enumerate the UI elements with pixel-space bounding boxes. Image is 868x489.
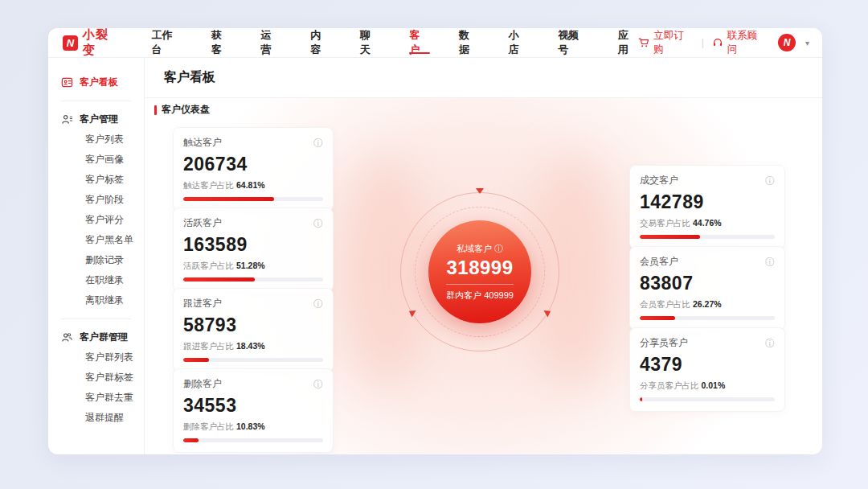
gauge-core-value: 318999 [446, 257, 513, 279]
sidebar-item-label: 客户评分 [85, 213, 124, 227]
logo-text: 小裂变 [83, 28, 121, 58]
info-icon[interactable]: ⓘ [313, 299, 323, 309]
sidebar-item-label: 客户群去重 [85, 391, 133, 405]
headset-icon [712, 37, 723, 48]
stat-card-title: 删除客户 [183, 377, 222, 391]
info-icon[interactable]: ⓘ [765, 339, 775, 348]
sidebar-divider [61, 101, 131, 101]
info-icon[interactable]: ⓘ [494, 244, 503, 253]
stat-card-ratio: 触达客户占比64.81% [183, 180, 323, 191]
top-nav: N 小裂变 工作台 获客 运营 内容 聊天 客户 数据 小店 视频号 应用 立即… [48, 28, 822, 58]
stat-card-value: 34553 [183, 395, 323, 417]
app-logo[interactable]: N 小裂变 [63, 28, 121, 58]
nav-item-shop[interactable]: 小店 [509, 28, 530, 57]
progress-bar [183, 277, 323, 281]
sidebar-item-customer-dashboard[interactable]: 客户看板 [61, 72, 144, 92]
sidebar-item-customer-tags[interactable]: 客户标签 [61, 170, 144, 190]
sidebar-item-group-list[interactable]: 客户群列表 [61, 347, 144, 368]
sidebar-item-offjob-inherit[interactable]: 离职继承 [61, 290, 144, 310]
section-header: 客户仪表盘 [154, 103, 210, 117]
main-content: 客户看板 客户仪表盘 触达客户ⓘ 206734 触达客户占比64.81% [145, 58, 822, 454]
sidebar-item-customer-blacklist[interactable]: 客户黑名单 [61, 230, 144, 250]
nav-item-operation[interactable]: 运营 [261, 28, 282, 57]
contact-advisor-link[interactable]: 联系顾问 [712, 29, 767, 56]
sidebar-item-label: 客户黑名单 [85, 233, 133, 247]
nav-item-customer[interactable]: 客户 [409, 28, 430, 57]
sidebar-divider [61, 318, 131, 319]
logo-icon: N [63, 35, 78, 51]
section-title: 客户仪表盘 [162, 103, 210, 117]
info-icon[interactable]: ⓘ [313, 380, 323, 389]
nav-actions: 立即订购 | 联系顾问 N ▾ [638, 29, 809, 56]
nav-item-video[interactable]: 视频号 [558, 28, 588, 57]
nav-item-acquisition[interactable]: 获客 [211, 28, 232, 57]
stat-card-ratio: 删除客户占比10.83% [183, 421, 323, 433]
stat-card-active: 活跃客户ⓘ 163589 活跃客户占比51.28% [173, 208, 334, 292]
nav-item-workbench[interactable]: 工作台 [152, 28, 182, 57]
nav-item-data[interactable]: 数据 [459, 28, 480, 57]
stat-card-followup: 跟进客户ⓘ 58793 跟进客户占比18.43% [173, 288, 334, 372]
group-management-icon [61, 331, 73, 343]
stat-card-title: 分享员客户 [640, 336, 688, 350]
stat-card-value: 142789 [640, 191, 775, 213]
progress-bar [640, 235, 775, 239]
progress-bar [183, 358, 323, 362]
sidebar-item-customer-score[interactable]: 客户评分 [61, 210, 144, 230]
sidebar-section-customer-management[interactable]: 客户管理 [61, 109, 144, 129]
sidebar: 客户看板 客户管理 客户列表 客户画像 客户标签 客户阶段 客户评分 客户黑名单… [48, 58, 145, 454]
sidebar-item-label: 离职继承 [85, 294, 124, 307]
order-now-label: 立即订购 [653, 29, 693, 56]
sidebar-item-label: 在职继承 [85, 273, 124, 287]
sidebar-item-group-tags[interactable]: 客户群标签 [61, 368, 144, 388]
sidebar-item-group-leave-alert[interactable]: 退群提醒 [61, 408, 144, 428]
info-icon[interactable]: ⓘ [765, 257, 775, 267]
info-icon[interactable]: ⓘ [313, 138, 323, 148]
stat-card-deal: 成交客户ⓘ 142789 交易客户占比44.76% [629, 165, 785, 249]
sidebar-section-title: 客户群管理 [80, 331, 128, 344]
stat-card-deleted: 删除客户ⓘ 34553 删除客户占比10.83% [173, 368, 334, 453]
sidebar-item-delete-records[interactable]: 删除记录 [61, 250, 144, 270]
stat-card-ratio: 跟进客户占比18.43% [183, 341, 323, 352]
chevron-down-icon[interactable]: ▾ [805, 39, 809, 47]
sidebar-item-label: 客户阶段 [85, 193, 124, 207]
sidebar-item-label: 客户群标签 [85, 371, 133, 384]
sidebar-item-group-dedupe[interactable]: 客户群去重 [61, 388, 144, 408]
sidebar-section-title: 客户管理 [80, 113, 118, 126]
gauge-core-divider [446, 284, 514, 285]
dashboard-icon [61, 76, 73, 88]
contact-advisor-label: 联系顾问 [727, 29, 767, 56]
sidebar-item-onjob-inherit[interactable]: 在职继承 [61, 270, 144, 290]
sidebar-item-customer-stage[interactable]: 客户阶段 [61, 190, 144, 210]
user-avatar[interactable]: N [778, 34, 796, 51]
stat-card-reached: 触达客户ⓘ 206734 触达客户占比64.81% [173, 127, 334, 212]
stat-card-member: 会员客户ⓘ 83807 会员客户占比26.27% [629, 246, 785, 331]
stat-card-title: 触达客户 [183, 136, 222, 150]
stat-card-value: 4379 [640, 354, 775, 376]
nav-item-apps[interactable]: 应用 [618, 28, 639, 57]
stat-card-title: 跟进客户 [183, 297, 222, 310]
sidebar-item-customer-portrait[interactable]: 客户画像 [61, 150, 144, 170]
stat-card-title: 成交客户 [640, 174, 678, 187]
order-now-link[interactable]: 立即订购 [638, 29, 693, 56]
stat-card-ratio: 会员客户占比26.27% [640, 299, 775, 310]
nav-item-chat[interactable]: 聊天 [360, 28, 381, 57]
sidebar-item-label: 客户群列表 [85, 351, 133, 364]
sidebar-item-customer-list[interactable]: 客户列表 [61, 129, 144, 150]
section-marker [154, 105, 157, 115]
sidebar-item-label: 客户列表 [85, 133, 124, 146]
nav-menu: 工作台 获客 运营 内容 聊天 客户 数据 小店 视频号 应用 [152, 28, 639, 57]
info-icon[interactable]: ⓘ [765, 176, 775, 186]
info-icon[interactable]: ⓘ [313, 219, 323, 228]
page-title: 客户看板 [164, 69, 215, 86]
sidebar-item-label: 退群提醒 [85, 411, 124, 425]
stat-card-value: 163589 [183, 234, 323, 256]
stat-card-ratio: 分享员客户占比0.01% [640, 380, 775, 392]
stat-card-sharer: 分享员客户ⓘ 4379 分享员客户占比0.01% [629, 327, 785, 412]
sidebar-section-group-management[interactable]: 客户群管理 [61, 327, 144, 347]
stat-card-title: 会员客户 [640, 255, 678, 269]
nav-item-content[interactable]: 内容 [310, 28, 331, 57]
progress-bar [640, 316, 775, 320]
page-header: 客户看板 [145, 58, 822, 98]
customer-dashboard-panel: 客户仪表盘 触达客户ⓘ 206734 触达客户占比64.81% 活跃客户ⓘ 16… [145, 98, 822, 454]
gauge-core-label: 私域客户 ⓘ [457, 243, 503, 255]
